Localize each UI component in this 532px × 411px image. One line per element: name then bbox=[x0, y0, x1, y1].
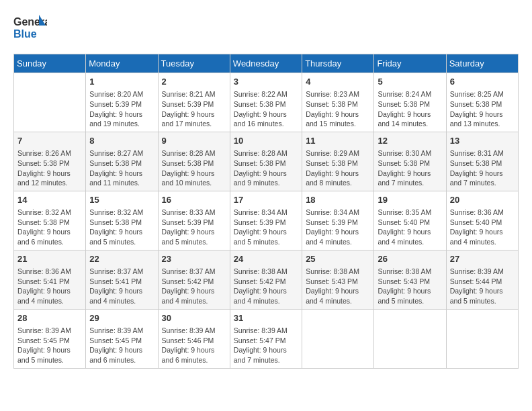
day-info: Sunrise: 8:36 AM Sunset: 5:40 PM Dayligh… bbox=[450, 208, 515, 247]
day-info: Sunrise: 8:24 AM Sunset: 5:38 PM Dayligh… bbox=[378, 89, 442, 129]
day-info: Sunrise: 8:31 AM Sunset: 5:38 PM Dayligh… bbox=[450, 148, 515, 188]
day-header-wednesday: Wednesday bbox=[230, 54, 302, 73]
day-header-sunday: Sunday bbox=[14, 54, 86, 73]
calendar-cell: 19Sunrise: 8:35 AM Sunset: 5:40 PM Dayli… bbox=[374, 191, 446, 250]
calendar-cell: 12Sunrise: 8:30 AM Sunset: 5:38 PM Dayli… bbox=[374, 132, 446, 191]
day-number: 4 bbox=[306, 76, 370, 88]
day-info: Sunrise: 8:32 AM Sunset: 5:38 PM Dayligh… bbox=[89, 208, 154, 247]
calendar-cell: 7Sunrise: 8:26 AM Sunset: 5:38 PM Daylig… bbox=[14, 132, 86, 191]
page-header: GeneralBlue bbox=[13, 13, 519, 43]
day-info: Sunrise: 8:28 AM Sunset: 5:38 PM Dayligh… bbox=[162, 148, 226, 188]
calendar-header-row: SundayMondayTuesdayWednesdayThursdayFrid… bbox=[14, 54, 519, 73]
calendar-cell: 22Sunrise: 8:37 AM Sunset: 5:41 PM Dayli… bbox=[86, 250, 158, 309]
calendar-cell: 21Sunrise: 8:36 AM Sunset: 5:41 PM Dayli… bbox=[14, 250, 86, 309]
calendar-cell: 17Sunrise: 8:34 AM Sunset: 5:39 PM Dayli… bbox=[230, 191, 302, 250]
calendar-cell: 10Sunrise: 8:28 AM Sunset: 5:38 PM Dayli… bbox=[230, 132, 302, 191]
day-number: 18 bbox=[306, 194, 370, 206]
day-number: 22 bbox=[89, 253, 154, 265]
calendar-cell: 26Sunrise: 8:38 AM Sunset: 5:43 PM Dayli… bbox=[374, 250, 446, 309]
day-number: 17 bbox=[234, 194, 298, 206]
calendar-table: SundayMondayTuesdayWednesdayThursdayFrid… bbox=[13, 54, 519, 369]
day-info: Sunrise: 8:38 AM Sunset: 5:43 PM Dayligh… bbox=[306, 267, 370, 306]
calendar-week-row: 14Sunrise: 8:32 AM Sunset: 5:38 PM Dayli… bbox=[14, 191, 519, 250]
calendar-cell: 13Sunrise: 8:31 AM Sunset: 5:38 PM Dayli… bbox=[446, 132, 518, 191]
calendar-cell: 11Sunrise: 8:29 AM Sunset: 5:38 PM Dayli… bbox=[302, 132, 374, 191]
calendar-cell: 15Sunrise: 8:32 AM Sunset: 5:38 PM Dayli… bbox=[86, 191, 158, 250]
day-number: 13 bbox=[450, 135, 515, 147]
calendar-cell: 9Sunrise: 8:28 AM Sunset: 5:38 PM Daylig… bbox=[158, 132, 230, 191]
calendar-cell: 27Sunrise: 8:39 AM Sunset: 5:44 PM Dayli… bbox=[446, 250, 518, 309]
day-info: Sunrise: 8:39 AM Sunset: 5:47 PM Dayligh… bbox=[234, 326, 298, 365]
svg-text:Blue: Blue bbox=[13, 28, 37, 40]
calendar-cell: 2Sunrise: 8:21 AM Sunset: 5:39 PM Daylig… bbox=[158, 73, 230, 132]
calendar-cell: 18Sunrise: 8:34 AM Sunset: 5:39 PM Dayli… bbox=[302, 191, 374, 250]
calendar-week-row: 1Sunrise: 8:20 AM Sunset: 5:39 PM Daylig… bbox=[14, 73, 519, 132]
day-number: 1 bbox=[89, 76, 154, 88]
day-number: 21 bbox=[17, 253, 82, 265]
calendar-cell: 30Sunrise: 8:39 AM Sunset: 5:46 PM Dayli… bbox=[158, 309, 230, 368]
day-info: Sunrise: 8:38 AM Sunset: 5:43 PM Dayligh… bbox=[378, 267, 442, 306]
day-info: Sunrise: 8:33 AM Sunset: 5:39 PM Dayligh… bbox=[162, 208, 226, 247]
calendar-cell: 8Sunrise: 8:27 AM Sunset: 5:38 PM Daylig… bbox=[86, 132, 158, 191]
day-info: Sunrise: 8:28 AM Sunset: 5:38 PM Dayligh… bbox=[234, 148, 298, 188]
day-info: Sunrise: 8:37 AM Sunset: 5:41 PM Dayligh… bbox=[89, 267, 154, 306]
day-info: Sunrise: 8:36 AM Sunset: 5:41 PM Dayligh… bbox=[17, 267, 82, 306]
day-info: Sunrise: 8:29 AM Sunset: 5:38 PM Dayligh… bbox=[306, 148, 370, 188]
day-info: Sunrise: 8:23 AM Sunset: 5:38 PM Dayligh… bbox=[306, 89, 370, 129]
day-info: Sunrise: 8:37 AM Sunset: 5:42 PM Dayligh… bbox=[162, 267, 226, 306]
day-info: Sunrise: 8:27 AM Sunset: 5:38 PM Dayligh… bbox=[89, 148, 154, 188]
calendar-cell bbox=[374, 309, 446, 368]
logo-svg: GeneralBlue bbox=[13, 13, 47, 43]
day-number: 24 bbox=[234, 253, 298, 265]
day-info: Sunrise: 8:21 AM Sunset: 5:39 PM Dayligh… bbox=[162, 89, 226, 129]
calendar-cell bbox=[446, 309, 518, 368]
day-info: Sunrise: 8:39 AM Sunset: 5:44 PM Dayligh… bbox=[450, 267, 515, 306]
day-number: 26 bbox=[378, 253, 442, 265]
day-number: 8 bbox=[89, 135, 154, 147]
day-number: 7 bbox=[17, 135, 82, 147]
day-info: Sunrise: 8:22 AM Sunset: 5:38 PM Dayligh… bbox=[234, 89, 298, 129]
day-number: 3 bbox=[234, 76, 298, 88]
logo: GeneralBlue bbox=[13, 13, 47, 43]
calendar-cell: 5Sunrise: 8:24 AM Sunset: 5:38 PM Daylig… bbox=[374, 73, 446, 132]
calendar-cell: 14Sunrise: 8:32 AM Sunset: 5:38 PM Dayli… bbox=[14, 191, 86, 250]
day-number: 27 bbox=[450, 253, 515, 265]
calendar-cell: 25Sunrise: 8:38 AM Sunset: 5:43 PM Dayli… bbox=[302, 250, 374, 309]
calendar-cell: 1Sunrise: 8:20 AM Sunset: 5:39 PM Daylig… bbox=[86, 73, 158, 132]
day-header-thursday: Thursday bbox=[302, 54, 374, 73]
day-header-saturday: Saturday bbox=[446, 54, 518, 73]
calendar-cell bbox=[14, 73, 86, 132]
day-number: 14 bbox=[17, 194, 82, 206]
day-info: Sunrise: 8:25 AM Sunset: 5:38 PM Dayligh… bbox=[450, 89, 515, 129]
day-info: Sunrise: 8:34 AM Sunset: 5:39 PM Dayligh… bbox=[234, 208, 298, 247]
day-info: Sunrise: 8:39 AM Sunset: 5:46 PM Dayligh… bbox=[162, 326, 226, 365]
day-number: 12 bbox=[378, 135, 442, 147]
day-header-friday: Friday bbox=[374, 54, 446, 73]
calendar-cell bbox=[302, 309, 374, 368]
calendar-cell: 29Sunrise: 8:39 AM Sunset: 5:45 PM Dayli… bbox=[86, 309, 158, 368]
calendar-cell: 6Sunrise: 8:25 AM Sunset: 5:38 PM Daylig… bbox=[446, 73, 518, 132]
day-number: 30 bbox=[162, 312, 226, 324]
calendar-cell: 4Sunrise: 8:23 AM Sunset: 5:38 PM Daylig… bbox=[302, 73, 374, 132]
day-number: 31 bbox=[234, 312, 298, 324]
calendar-cell: 3Sunrise: 8:22 AM Sunset: 5:38 PM Daylig… bbox=[230, 73, 302, 132]
day-info: Sunrise: 8:39 AM Sunset: 5:45 PM Dayligh… bbox=[89, 326, 154, 365]
day-number: 9 bbox=[162, 135, 226, 147]
day-number: 23 bbox=[162, 253, 226, 265]
day-number: 15 bbox=[89, 194, 154, 206]
day-info: Sunrise: 8:20 AM Sunset: 5:39 PM Dayligh… bbox=[89, 89, 154, 129]
calendar-cell: 31Sunrise: 8:39 AM Sunset: 5:47 PM Dayli… bbox=[230, 309, 302, 368]
day-number: 10 bbox=[234, 135, 298, 147]
day-number: 19 bbox=[378, 194, 442, 206]
calendar-week-row: 21Sunrise: 8:36 AM Sunset: 5:41 PM Dayli… bbox=[14, 250, 519, 309]
calendar-cell: 28Sunrise: 8:39 AM Sunset: 5:45 PM Dayli… bbox=[14, 309, 86, 368]
calendar-cell: 20Sunrise: 8:36 AM Sunset: 5:40 PM Dayli… bbox=[446, 191, 518, 250]
day-number: 28 bbox=[17, 312, 82, 324]
calendar-cell: 16Sunrise: 8:33 AM Sunset: 5:39 PM Dayli… bbox=[158, 191, 230, 250]
day-number: 20 bbox=[450, 194, 515, 206]
calendar-body: 1Sunrise: 8:20 AM Sunset: 5:39 PM Daylig… bbox=[14, 73, 519, 369]
day-info: Sunrise: 8:30 AM Sunset: 5:38 PM Dayligh… bbox=[378, 148, 442, 188]
day-number: 29 bbox=[89, 312, 154, 324]
day-number: 6 bbox=[450, 76, 515, 88]
day-number: 16 bbox=[162, 194, 226, 206]
